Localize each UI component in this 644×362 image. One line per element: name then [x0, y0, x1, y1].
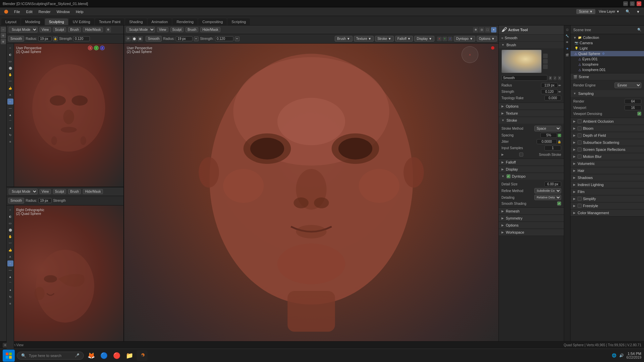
viewport-samples-input[interactable]: [625, 105, 641, 110]
jitter-icon[interactable]: 🔒: [557, 140, 561, 143]
prop-item-icon[interactable]: ◻: [565, 27, 570, 32]
bloom-header[interactable]: ▶ Bloom: [571, 125, 644, 132]
smooth-stroke-checkbox[interactable]: [519, 153, 523, 157]
tool-rotate[interactable]: ↻: [7, 132, 13, 138]
close-button[interactable]: ×: [637, 1, 641, 6]
tb-bot-smooth-brush[interactable]: Smooth: [8, 198, 24, 203]
tool-claystrips[interactable]: ▭: [7, 58, 13, 64]
workspace-scene[interactable]: Scene ▼: [576, 9, 595, 14]
tb-icon-3[interactable]: ▦: [138, 36, 143, 42]
tab-shading[interactable]: Shading: [125, 18, 147, 25]
render-samples-input[interactable]: [625, 99, 641, 104]
tree-light[interactable]: 💡 Light: [571, 46, 644, 51]
tb-icon-1[interactable]: ⟳: [125, 36, 131, 42]
radius-input[interactable]: [541, 83, 558, 88]
spacing-check[interactable]: ✓: [558, 134, 561, 137]
brush-2-icon[interactable]: 2: [549, 76, 552, 80]
tb-main-pen[interactable]: ✏: [194, 37, 199, 41]
simplify-header[interactable]: ▶ Simplify: [571, 195, 644, 202]
shadows-header[interactable]: ▶ Shadows: [571, 174, 644, 181]
filter-button[interactable]: ▼: [634, 9, 643, 14]
tb-texture-btn[interactable]: Texture ▼: [354, 36, 374, 42]
overlay-btn-2[interactable]: ◎: [479, 27, 484, 33]
menu-file[interactable]: File: [11, 9, 23, 14]
overlay-btn-3[interactable]: ⬚: [485, 27, 490, 33]
tb-main-radius[interactable]: [176, 36, 193, 41]
vp-botleft-view-btn[interactable]: View: [40, 189, 51, 194]
prop-view-icon[interactable]: 👁: [565, 40, 570, 45]
tool-snake[interactable]: 〰: [7, 78, 13, 84]
tb-main-strength[interactable]: [215, 36, 233, 41]
ssr-checkbox[interactable]: [578, 147, 582, 152]
vp-main-view-btn[interactable]: View: [157, 27, 168, 32]
view-layer[interactable]: View Layer ▼: [596, 9, 622, 14]
smooth-shading-checkbox[interactable]: ✓: [557, 201, 561, 205]
tb-bot-radius-input[interactable]: [38, 198, 52, 203]
vp-topleft-canvas[interactable]: ○ ◐ ▭ ⬤ ✋ 〰 👍 ∧ ≈ — ▲ ⌒ ✦ ↻ ≡ U: [7, 44, 123, 187]
bot-tool-1[interactable]: ○: [7, 207, 13, 213]
tb-main-smooth[interactable]: Smooth: [146, 36, 162, 42]
tree-eyes[interactable]: △ Eyes.001: [571, 56, 644, 62]
tb-falloff-btn[interactable]: Falloff ▼: [395, 36, 413, 42]
vp-botleft-brush-btn[interactable]: Brush: [68, 189, 81, 194]
stroke-header[interactable]: ▼ Stroke: [499, 117, 564, 124]
dof-header[interactable]: ▶ Depth of Field: [571, 132, 644, 139]
ambient-occ-checkbox[interactable]: [578, 119, 582, 123]
tool-layer[interactable]: ≡: [7, 139, 13, 145]
options-header[interactable]: ▶ Options: [499, 103, 564, 110]
hair-header[interactable]: ▶ Hair: [571, 167, 644, 174]
tree-quadsphere[interactable]: △ Quad Sphere ⚙: [571, 51, 644, 56]
mode-icon-3[interactable]: ⊕: [1, 39, 6, 44]
tab-texture-paint[interactable]: Texture Paint: [95, 18, 124, 25]
tb-strength-input[interactable]: [73, 36, 90, 41]
scene-filter-icon[interactable]: 🔍: [637, 28, 641, 32]
bot-tool-6[interactable]: 〰: [7, 240, 13, 246]
brush-x-icon[interactable]: ×: [558, 76, 561, 80]
tb-main-str-pen[interactable]: ✏: [235, 37, 239, 41]
vp-main-canvas[interactable]: User Perspective (2) Quad Sphere X: [124, 44, 498, 349]
detail-size-input[interactable]: [544, 182, 561, 187]
taskbar-chrome[interactable]: 🔵: [99, 350, 109, 361]
tool-fill[interactable]: ▲: [7, 112, 13, 118]
tb-stroke-btn[interactable]: Stroke ▼: [375, 36, 394, 42]
prop-tool-icon[interactable]: 🔧: [565, 33, 570, 39]
tab-layout[interactable]: Layout: [1, 18, 20, 25]
refine-method-select[interactable]: Subdivide Co...: [534, 188, 561, 193]
bot-tool-7[interactable]: 👍: [7, 247, 13, 253]
tool-inflate[interactable]: ⬤: [7, 65, 13, 71]
tb-radius-input[interactable]: [38, 36, 52, 41]
vp-botleft-canvas[interactable]: ○ ◐ ▭ ⬤ ✋ 〰 👍 ∧ ≈ — ▲ ⌒ ✦ ↻ ≡ R: [7, 205, 123, 349]
prop-scene-icon[interactable]: 🎬: [565, 52, 570, 58]
vp-botleft-mode-select[interactable]: Sculpt Mode: [9, 189, 38, 194]
menu-render[interactable]: Render: [36, 9, 53, 14]
render-engine-select[interactable]: Eevee Cycles: [614, 82, 641, 88]
tree-quadsphere-settings[interactable]: ⚙: [602, 52, 605, 55]
freestyle-header[interactable]: ▶ Freestyle: [571, 202, 644, 209]
taskbar-steam[interactable]: 🔴: [111, 350, 122, 361]
minimize-button[interactable]: —: [623, 1, 628, 6]
vp-botleft-mask-btn[interactable]: Hide/Mask: [83, 189, 103, 194]
indirect-header[interactable]: ▶ Indirect Lighting: [571, 181, 644, 188]
brush-add-btn[interactable]: [543, 59, 548, 64]
tab-compositing[interactable]: Compositing: [198, 18, 227, 25]
color-mgmt-header[interactable]: ▶ Color Management: [571, 209, 644, 216]
tree-camera[interactable]: 📷 Camera: [571, 40, 644, 46]
menu-help[interactable]: Help: [73, 9, 86, 14]
brush-prev-btn[interactable]: [543, 54, 548, 58]
options2-header[interactable]: ▶ Options: [499, 222, 564, 229]
falloff-header[interactable]: ▶ Falloff: [499, 159, 564, 166]
bot-tool-9[interactable]: —: [7, 267, 13, 273]
tool-flatten[interactable]: —: [7, 105, 13, 111]
dof-checkbox[interactable]: [578, 133, 582, 137]
vp-topleft-brush-btn[interactable]: Brush: [68, 27, 81, 32]
menu-blender[interactable]: ⬤: [1, 9, 11, 14]
ssr-header[interactable]: ▶ Screen Space Reflections: [571, 146, 644, 153]
bot-tool-11[interactable]: ⌒: [7, 281, 13, 287]
vp-main-mask-btn[interactable]: Hide/Mask: [200, 27, 220, 32]
bot-tool-12[interactable]: ✦: [7, 287, 13, 293]
tb-display-btn[interactable]: Display ▼: [414, 36, 434, 42]
bot-tool-2[interactable]: ◐: [7, 214, 13, 220]
bloom-checkbox[interactable]: [578, 126, 582, 130]
tb-radius-lock[interactable]: 🔒: [53, 37, 58, 41]
sss-checkbox[interactable]: [578, 140, 582, 144]
